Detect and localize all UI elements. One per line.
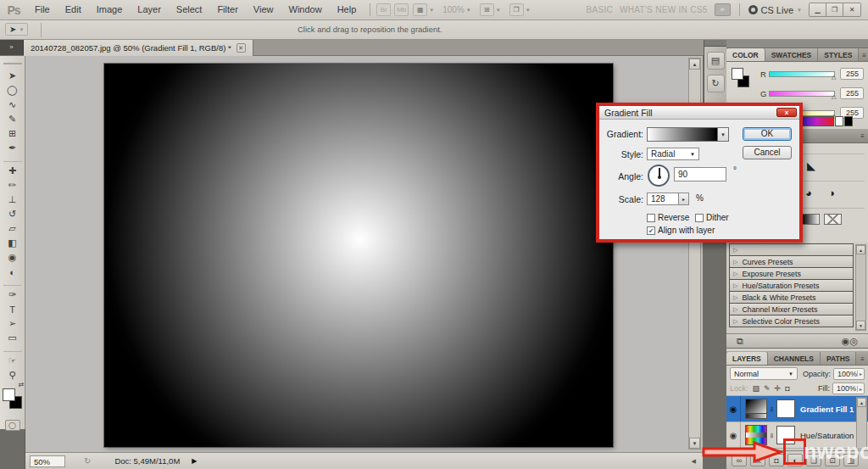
launch-minibridge-icon[interactable]: Mb [394,3,409,16]
layer-row-gradient-fill[interactable]: ◉ ∞ Gradient Fill 1 [726,396,868,422]
dialog-title-bar[interactable]: Gradient Fill x [599,106,799,120]
hand-tool[interactable]: ☞ [3,351,22,368]
mask-link-icon[interactable]: ∞ [768,405,776,414]
mask-link-icon[interactable]: ∞ [768,431,776,440]
red-value-field[interactable]: 255 [840,68,864,80]
cs-live-button[interactable]: CS Live ▼ [748,5,802,15]
spinner-icon[interactable]: ▸ [857,371,862,377]
pen-tool[interactable]: ✑ [3,285,22,302]
black-swatch[interactable] [844,116,853,126]
channel-mixer-adjustment-icon[interactable]: ◑ [828,187,835,199]
white-swatch[interactable] [835,116,843,126]
lock-position-icon[interactable]: ✛ [775,384,782,393]
minimize-button[interactable]: ▁ [810,3,826,16]
fill-field[interactable]: 100% ▸ [832,382,865,394]
presets-scrollbar[interactable]: ▲ ▼ [855,244,866,331]
lock-pixels-icon[interactable]: ✎ [764,384,771,393]
expander-icon[interactable]: ▷ [733,247,737,254]
dither-checkbox[interactable] [695,214,704,222]
scroll-up-icon[interactable]: ▲ [689,59,700,70]
dialog-close-icon[interactable]: x [776,108,797,117]
expander-icon[interactable]: ▷ [733,271,737,277]
zoom-percent-field[interactable]: 50% [30,455,65,467]
document-tab[interactable]: 20140728_082057.jpg @ 50% (Gradient Fill… [24,40,253,56]
panel-menu-icon[interactable]: ≡ [857,354,868,365]
ok-button[interactable]: OK [743,127,792,141]
move-tool[interactable]: ➤ [3,69,22,83]
preset-row-black-white[interactable]: ▷ Black & White Presets [729,291,854,304]
slider-thumb-icon[interactable]: △ [832,74,836,81]
scale-field[interactable]: 128 [647,193,679,205]
quick-mask-button[interactable]: ◯ [5,420,20,431]
angle-field[interactable]: 90 [674,167,726,181]
green-value-field[interactable]: 255 [840,87,864,99]
close-button[interactable]: ✕ [843,3,860,16]
opacity-field[interactable]: 100% ▸ [833,368,865,380]
tab-paths[interactable]: PATHS [821,352,857,365]
scale-stepper-icon[interactable]: ▸ [679,193,689,205]
swap-colors-icon[interactable]: ⇄ [19,381,25,388]
preset-row-hidden[interactable]: ▷ [729,243,854,256]
quick-selection-tool[interactable]: ✎ [3,112,22,126]
red-slider[interactable] [769,71,835,77]
launch-bridge-icon[interactable]: Br [376,3,391,16]
marquee-tool[interactable]: ◯ [3,83,22,98]
tab-color[interactable]: COLOR [726,48,765,61]
crop-tool[interactable]: ⊞ [3,126,22,141]
tab-channels[interactable]: CHANNELS [768,352,821,365]
expanded-view-icon[interactable]: ⧉ [737,336,743,347]
clone-stamp-tool[interactable]: ⊥ [3,193,22,207]
history-panel-icon[interactable]: ↻ [707,75,725,92]
scroll-up-icon[interactable]: ▲ [856,245,865,254]
expander-icon[interactable]: ▷ [733,306,737,313]
spinner-icon[interactable]: ▸ [857,386,862,392]
eraser-tool[interactable]: ▱ [3,221,22,236]
lock-all-icon[interactable]: ◘ [785,384,789,393]
preset-row-exposure[interactable]: ▷ Exposure Presets [729,267,854,280]
hscroll-left-icon[interactable]: ◀ [692,458,696,465]
selective-color-adjustment-icon[interactable] [824,214,842,225]
layer-name[interactable]: Gradient Fill 1 [800,405,854,414]
tab-swatches[interactable]: SWATCHES [765,48,819,61]
panel-menu-icon[interactable]: ≡ [857,131,868,142]
layer-name[interactable]: Hue/Saturation 1 [800,431,860,440]
tab-close-icon[interactable]: ✕ [236,43,246,53]
history-brush-tool[interactable]: ↺ [3,207,22,221]
eyedropper-tool[interactable]: ✒ [3,141,22,155]
expander-icon[interactable]: ▷ [733,259,737,265]
blur-tool[interactable]: ◉ [3,250,22,265]
brush-tool[interactable]: ✏ [3,178,22,193]
workspace-whats-new-button[interactable]: WHAT'S NEW IN CS5 [620,5,708,14]
menu-item[interactable]: Layer [130,0,169,20]
screen-mode-button[interactable]: ❐ ▼ [509,3,531,16]
menu-item[interactable]: File [27,0,58,20]
menu-item[interactable]: Select [169,0,210,20]
photo-filter-adjustment-icon[interactable]: ◕ [805,187,812,199]
preset-row-selective-color[interactable]: ▷ Selective Color Presets [729,315,854,327]
scroll-down-icon[interactable]: ▼ [689,438,700,449]
style-select[interactable]: Radial ▼ [647,148,699,160]
restore-button[interactable]: ❐ [826,3,843,16]
lasso-tool[interactable]: ∿ [3,98,22,112]
reverse-checkbox[interactable] [647,214,655,222]
tool-preset-picker[interactable]: ➤ ▼ [5,23,28,36]
lock-transparency-icon[interactable]: ▨ [753,384,760,393]
arrange-documents-button[interactable]: ⊞ ▼ [480,3,501,16]
menu-item[interactable]: Window [281,0,330,20]
foreground-color-swatch[interactable] [732,68,743,80]
angle-dial[interactable] [648,165,670,187]
panel-menu-icon[interactable]: ≡ [859,50,868,61]
preset-row-hue-saturation[interactable]: ▷ Hue/Saturation Presets [729,279,854,292]
gradient-tool[interactable]: ◧ [3,236,22,250]
align-with-layer-checkbox[interactable]: ✔ [647,226,655,235]
foreground-color-swatch[interactable] [3,388,15,401]
path-selection-tool[interactable]: ➢ [3,316,22,331]
shape-tool[interactable]: ▭ [3,331,22,345]
blend-mode-select[interactable]: Normal ▼ [730,367,798,380]
dodge-tool[interactable]: ◐ [3,265,22,279]
visibility-eye-icon[interactable]: ◉ [726,396,741,422]
expander-icon[interactable]: ▷ [733,282,737,289]
scroll-down-icon[interactable]: ▼ [856,321,865,330]
minibridge-panel-icon[interactable]: ▤ [707,52,725,70]
menu-item[interactable]: Edit [58,0,89,20]
